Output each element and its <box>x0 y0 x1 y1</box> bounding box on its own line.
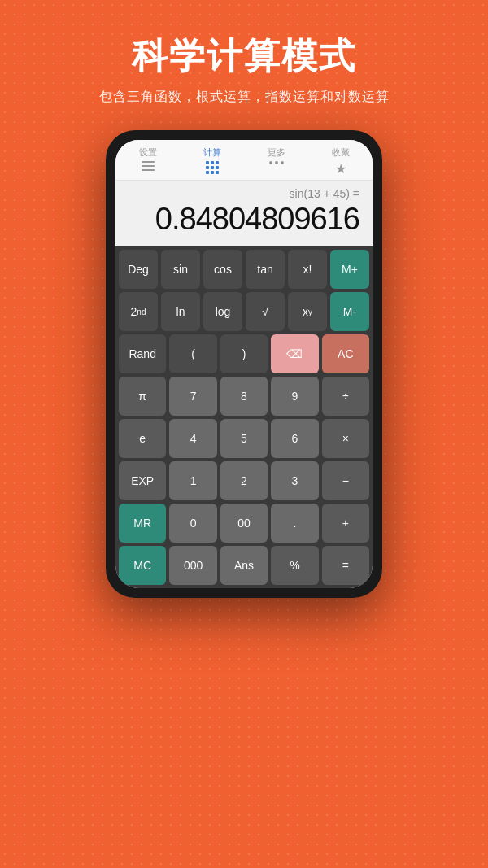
btn-9[interactable]: 9 <box>271 377 318 416</box>
btn-percent[interactable]: % <box>271 546 318 585</box>
btn-tan[interactable]: tan <box>246 250 285 289</box>
btn-row-2: 2nd ln log √ xy M- <box>119 292 369 331</box>
display-result: 0.84804809616 <box>129 202 359 237</box>
page-content: 科学计算模式 包含三角函数，根式运算，指数运算和对数运算 设置 计算 <box>0 0 488 868</box>
btn-mr[interactable]: MR <box>119 504 166 543</box>
btn-decimal[interactable]: . <box>271 504 318 543</box>
tab-more-label: 更多 <box>268 146 285 159</box>
tab-settings[interactable]: 设置 <box>115 146 180 177</box>
tab-favorites[interactable]: 收藏 ★ <box>308 146 373 177</box>
tab-calculate[interactable]: 计算 <box>180 146 244 177</box>
btn-row-8: MC 000 Ans % = <box>119 546 369 585</box>
btn-m-minus[interactable]: M- <box>330 292 369 331</box>
btn-ans[interactable]: Ans <box>220 546 268 585</box>
btn-open-paren[interactable]: ( <box>169 334 216 373</box>
btn-00[interactable]: 00 <box>220 504 268 543</box>
btn-m-plus[interactable]: M+ <box>330 250 369 289</box>
btn-power[interactable]: xy <box>288 292 327 331</box>
btn-add[interactable]: + <box>322 504 369 543</box>
tab-settings-label: 设置 <box>139 146 157 159</box>
btn-subtract[interactable]: − <box>322 461 369 500</box>
btn-log[interactable]: log <box>203 292 242 331</box>
btn-deg[interactable]: Deg <box>119 250 158 289</box>
btn-divide[interactable]: ÷ <box>322 377 369 416</box>
btn-row-4: π 7 8 9 ÷ <box>119 377 369 416</box>
btn-cos[interactable]: cos <box>203 250 242 289</box>
btn-backspace[interactable]: ⌫ <box>271 334 318 373</box>
btn-1[interactable]: 1 <box>169 461 216 500</box>
btn-0[interactable]: 0 <box>169 504 216 543</box>
btn-mc[interactable]: MC <box>119 546 166 585</box>
btn-e[interactable]: e <box>119 419 166 458</box>
btn-row-6: EXP 1 2 3 − <box>119 461 369 500</box>
btn-factorial[interactable]: x! <box>288 250 327 289</box>
tab-more[interactable]: 更多 <box>244 146 308 177</box>
btn-close-paren[interactable]: ) <box>220 334 268 373</box>
btn-2[interactable]: 2 <box>220 461 268 500</box>
btn-exp[interactable]: EXP <box>119 461 166 500</box>
menu-icon <box>142 161 155 171</box>
btn-row-5: e 4 5 6 × <box>119 419 369 458</box>
buttons-area: Deg sin cos tan x! M+ 2nd ln log √ xy M- <box>115 246 373 588</box>
display-area: sin(13 + 45) = 0.84804809616 <box>115 181 373 246</box>
btn-sqrt[interactable]: √ <box>246 292 285 331</box>
tab-favorites-label: 收藏 <box>332 146 350 159</box>
btn-8[interactable]: 8 <box>220 377 268 416</box>
dots-icon <box>269 161 284 164</box>
phone-frame: 设置 计算 <box>106 130 382 598</box>
btn-pi[interactable]: π <box>119 377 166 416</box>
btn-row-7: MR 0 00 . + <box>119 504 369 543</box>
btn-4[interactable]: 4 <box>169 419 216 458</box>
btn-7[interactable]: 7 <box>169 377 216 416</box>
btn-6[interactable]: 6 <box>271 419 318 458</box>
btn-5[interactable]: 5 <box>220 419 268 458</box>
btn-ln[interactable]: ln <box>161 292 200 331</box>
main-title: 科学计算模式 <box>99 33 390 81</box>
phone-inner: 设置 计算 <box>115 140 373 588</box>
btn-sin[interactable]: sin <box>161 250 200 289</box>
btn-row-1: Deg sin cos tan x! M+ <box>119 250 369 289</box>
header-section: 科学计算模式 包含三角函数，根式运算，指数运算和对数运算 <box>83 0 406 122</box>
btn-000[interactable]: 000 <box>169 546 216 585</box>
btn-rand[interactable]: Rand <box>119 334 166 373</box>
btn-3[interactable]: 3 <box>271 461 318 500</box>
tab-bar: 设置 计算 <box>115 140 373 181</box>
tab-calculate-label: 计算 <box>203 146 221 159</box>
star-icon: ★ <box>335 161 346 177</box>
btn-equals[interactable]: = <box>322 546 369 585</box>
btn-row-3: Rand ( ) ⌫ AC <box>119 334 369 373</box>
sub-title: 包含三角函数，根式运算，指数运算和对数运算 <box>99 89 390 106</box>
btn-multiply[interactable]: × <box>322 419 369 458</box>
btn-2nd[interactable]: 2nd <box>119 292 158 331</box>
display-expression: sin(13 + 45) = <box>129 187 359 200</box>
grid-icon <box>206 161 219 174</box>
btn-ac[interactable]: AC <box>322 334 369 373</box>
